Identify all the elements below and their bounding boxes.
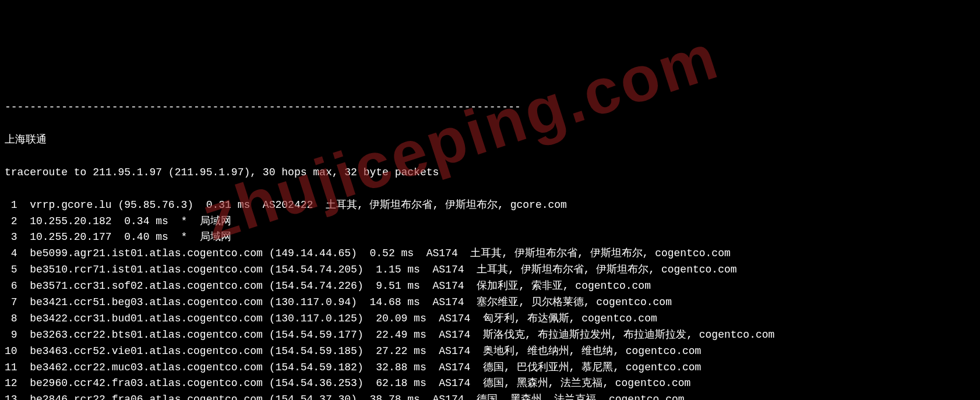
traceroute-hop-row: 9 be3263.ccr22.bts01.atlas.cogentco.com … — [5, 327, 975, 344]
traceroute-hops: 1 vrrp.gcore.lu (95.85.76.3) 0.31 ms AS2… — [5, 197, 975, 400]
traceroute-hop-row: 2 10.255.20.182 0.34 ms * 局域网 — [5, 214, 975, 230]
route-title: 上海联通 — [5, 132, 975, 148]
traceroute-hop-row: 12 be2960.ccr42.fra03.atlas.cogentco.com… — [5, 376, 975, 392]
traceroute-hop-row: 5 be3510.rcr71.ist01.atlas.cogentco.com … — [5, 262, 975, 278]
traceroute-hop-row: 11 be3462.ccr22.muc03.atlas.cogentco.com… — [5, 360, 975, 376]
traceroute-hop-row: 6 be3571.ccr31.sof02.atlas.cogentco.com … — [5, 278, 975, 295]
traceroute-header: traceroute to 211.95.1.97 (211.95.1.97),… — [5, 165, 975, 181]
traceroute-hop-row: 1 vrrp.gcore.lu (95.85.76.3) 0.31 ms AS2… — [5, 197, 975, 214]
traceroute-hop-row: 13 be2846.rcr22.fra06.atlas.cogentco.com… — [5, 392, 975, 400]
separator-line: ----------------------------------------… — [5, 100, 975, 116]
traceroute-hop-row: 3 10.255.20.177 0.40 ms * 局域网 — [5, 229, 975, 246]
traceroute-hop-row: 8 be3422.ccr31.bud01.atlas.cogentco.com … — [5, 311, 975, 327]
traceroute-hop-row: 4 be5099.agr21.ist01.atlas.cogentco.com … — [5, 246, 975, 262]
traceroute-hop-row: 10 be3463.ccr52.vie01.atlas.cogentco.com… — [5, 344, 975, 360]
traceroute-hop-row: 7 be3421.ccr51.beg03.atlas.cogentco.com … — [5, 295, 975, 311]
